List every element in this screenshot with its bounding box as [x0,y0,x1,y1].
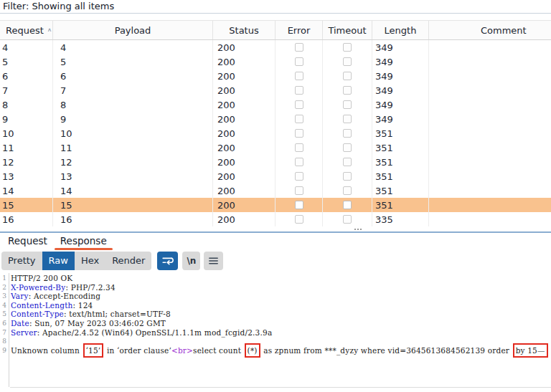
cell-length: 351 [372,140,429,155]
column-header-request[interactable]: Request ∧ [0,21,53,39]
column-header-length[interactable]: Length [372,21,429,39]
cell-status: 200 [213,126,276,140]
cell-payload: 9 [53,112,213,126]
column-header-timeout[interactable]: Timeout [323,21,372,39]
cell-comment [429,83,551,97]
cell-request: 15 [0,198,53,212]
text-segment: Unknown column [11,346,83,355]
panel-splitter[interactable] [0,226,551,233]
table-row[interactable]: 1515200351 [0,198,551,212]
cell-request: 14 [0,183,53,198]
table-row[interactable]: 1616200335 [0,212,551,226]
table-row[interactable]: 1414200351 [0,183,551,198]
table-row[interactable]: 1111200351 [0,140,551,155]
table-row[interactable]: 1010200351 [0,126,551,140]
cell-timeout [323,155,372,169]
hex-button[interactable]: Hex [75,252,105,270]
timeout-checkbox[interactable] [343,172,352,181]
error-checkbox[interactable] [295,186,303,195]
cell-error [276,169,323,183]
red-annotation-box: by 15— [516,346,545,355]
timeout-checkbox[interactable] [343,57,352,66]
cell-request: 7 [0,83,53,97]
timeout-checkbox[interactable] [343,115,352,123]
column-header-payload[interactable]: Payload [53,21,213,39]
text-segment: : text/html; charset=UTF-8 [64,310,171,318]
show-newlines-button[interactable]: \n [182,252,200,270]
table-row[interactable]: 99200349 [0,112,551,126]
table-row[interactable]: 1313200351 [0,169,551,183]
cell-request: 12 [0,155,53,169]
error-checkbox[interactable] [295,86,303,95]
timeout-checkbox[interactable] [343,129,352,138]
line-content: Vary: Accept-Encoding [11,292,100,301]
error-checkbox[interactable] [295,172,303,181]
response-line: 9Unknown column ‘15’ in ‘order clause’<b… [0,346,551,355]
error-checkbox[interactable] [295,100,303,109]
text-segment: Server [11,328,37,337]
error-checkbox[interactable] [295,57,303,66]
tab-response[interactable]: Response [54,234,113,250]
error-checkbox[interactable] [295,43,303,52]
editor-menu-button[interactable] [204,252,223,270]
line-number: 4 [0,301,6,310]
column-header-status[interactable]: Status [213,21,276,39]
column-header-error[interactable]: Error [276,21,323,39]
menu-icon [208,256,219,266]
error-checkbox[interactable] [295,72,303,80]
table-row[interactable]: 55200349 [0,54,551,69]
table-row[interactable]: 66200349 [0,69,551,83]
text-segment: as zpnum from ***_dyzy where vid=3645613… [261,346,512,355]
cell-timeout [323,40,372,54]
column-label: Comment [481,25,527,36]
error-checkbox[interactable] [295,215,303,224]
cell-length: 335 [372,212,429,226]
text-segment: HTTP/2 200 OK [11,274,72,282]
cell-timeout [323,112,372,126]
error-checkbox[interactable] [295,201,303,209]
response-lines: 1HTTP/2 200 OK2X-Powered-By: PHP/7.2.343… [0,274,551,355]
tab-request[interactable]: Request [1,234,54,250]
table-row[interactable]: 1212200351 [0,155,551,169]
timeout-checkbox[interactable] [343,186,352,195]
pretty-button[interactable]: Pretty [1,252,42,270]
timeout-checkbox[interactable] [343,158,352,166]
raw-button[interactable]: Raw [42,252,75,270]
cell-status: 200 [213,69,276,83]
cell-request: 9 [0,112,53,126]
timeout-checkbox[interactable] [343,86,352,95]
timeout-checkbox[interactable] [343,100,352,109]
table-row[interactable]: 88200349 [0,97,551,112]
error-checkbox[interactable] [295,158,303,166]
column-label: Status [229,25,258,36]
cell-status: 200 [213,97,276,112]
timeout-checkbox[interactable] [343,143,352,152]
results-rows: 4420034955200349662003497720034988200349… [0,40,551,226]
error-checkbox[interactable] [295,129,303,138]
cell-comment [429,112,551,126]
column-label: Error [288,25,311,36]
cell-error [276,40,323,54]
line-number: 7 [0,328,6,338]
response-editor[interactable]: 1HTTP/2 200 OK2X-Powered-By: PHP/7.2.343… [0,272,551,392]
column-header-comment[interactable]: Comment [429,21,551,39]
timeout-checkbox[interactable] [343,201,352,209]
error-checkbox[interactable] [295,143,303,152]
table-row[interactable]: 77200349 [0,83,551,97]
column-label: Payload [115,25,151,36]
table-row[interactable]: 44200349 [0,40,551,54]
error-checkbox[interactable] [295,115,303,123]
filter-bar[interactable]: Filter: Showing all items [0,0,551,14]
timeout-checkbox[interactable] [343,43,352,52]
cell-error [276,54,323,69]
red-annotation-box: (*) [248,346,258,355]
render-button[interactable]: Render [105,252,151,270]
cell-status: 200 [213,198,276,212]
cell-error [276,83,323,97]
timeout-checkbox[interactable] [343,72,352,80]
cell-timeout [323,126,372,140]
cell-payload: 5 [53,54,213,69]
wrap-lines-button[interactable] [157,252,178,270]
cell-error [276,198,323,212]
timeout-checkbox[interactable] [343,215,352,224]
